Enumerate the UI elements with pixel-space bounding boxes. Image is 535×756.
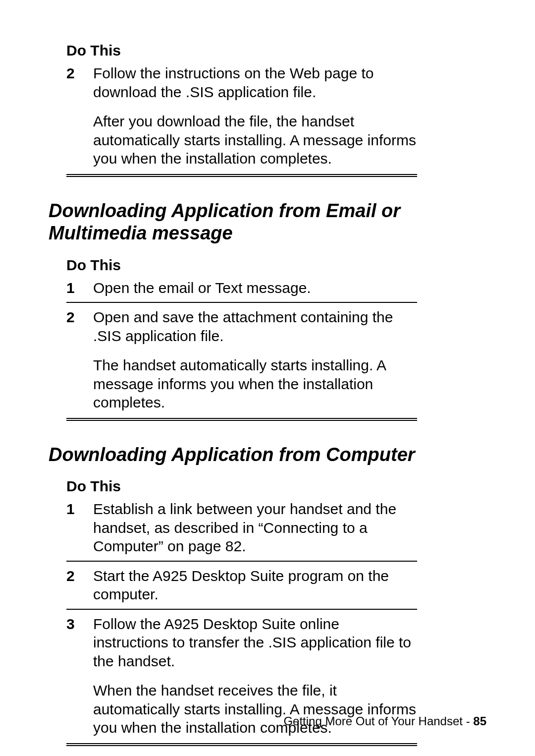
step-number: 2: [66, 567, 93, 585]
step-number: 2: [66, 308, 93, 327]
step-paragraph: Follow the A925 Desktop Suite online ins…: [93, 615, 417, 671]
section-1-table: Do This 2 Follow the instructions on the…: [66, 42, 417, 177]
footer-text: Getting More Out of Your Handset -: [283, 714, 473, 728]
step-number: 2: [66, 64, 93, 83]
step-paragraph: After you download the file, the handset…: [93, 112, 417, 168]
step-text: Open and save the attachment containing …: [93, 308, 417, 412]
page-number: 85: [473, 714, 486, 728]
step-number: 1: [66, 279, 93, 297]
section-3-step-1: 1 Establish a link between your handset …: [66, 495, 417, 561]
section-1-header: Do This: [66, 42, 417, 59]
section-2-step-2: 2 Open and save the attachment containin…: [66, 302, 417, 421]
step-paragraph: Open and save the attachment containing …: [93, 308, 417, 345]
step-number: 3: [66, 615, 93, 634]
step-text: Establish a link between your handset an…: [93, 500, 417, 556]
section-1-step-2: 2 Follow the instructions on the Web pag…: [66, 59, 417, 177]
step-paragraph: When the handset receives the file, it a…: [93, 681, 417, 737]
step-paragraph: Start the A925 Desktop Suite program on …: [93, 567, 417, 604]
section-3-table: Do This 1 Establish a link between your …: [66, 478, 417, 746]
step-paragraph: The handset automatically starts install…: [93, 356, 417, 412]
section-2-step-1: 1 Open the email or Text message.: [66, 274, 417, 302]
heading-download-email: Downloading Application from Email or Mu…: [49, 200, 486, 245]
section-2-table: Do This 1 Open the email or Text message…: [66, 257, 417, 421]
step-paragraph: Open the email or Text message.: [93, 279, 417, 297]
step-number: 1: [66, 500, 93, 519]
page-footer: Getting More Out of Your Handset - 85: [283, 714, 486, 728]
step-paragraph: Follow the instructions on the Web page …: [93, 64, 417, 101]
section-2-header: Do This: [66, 257, 417, 274]
step-text: Open the email or Text message.: [93, 279, 417, 297]
heading-download-computer: Downloading Application from Computer: [49, 444, 486, 466]
section-3-step-2: 2 Start the A925 Desktop Suite program o…: [66, 561, 417, 609]
section-3-header: Do This: [66, 478, 417, 495]
step-text: Start the A925 Desktop Suite program on …: [93, 567, 417, 604]
manual-page: Do This 2 Follow the instructions on the…: [0, 0, 535, 756]
step-paragraph: Establish a link between your handset an…: [93, 500, 417, 556]
step-text: Follow the instructions on the Web page …: [93, 64, 417, 168]
